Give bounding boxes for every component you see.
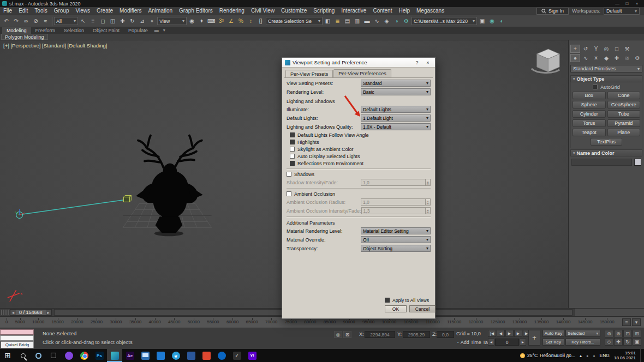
lights-category-icon[interactable]: ☀ <box>591 54 601 62</box>
select-and-link-icon[interactable]: ∞ <box>21 16 31 26</box>
field-of-view-icon[interactable]: ◇ <box>605 338 613 346</box>
illuminate-dropdown[interactable]: Default Lights <box>361 106 431 113</box>
app-blue-icon[interactable] <box>153 349 168 362</box>
pan-icon[interactable]: ✚ <box>614 338 623 346</box>
previous-frame-button[interactable]: ◀ <box>497 330 505 337</box>
spinner-snap-icon[interactable]: ↕ <box>246 16 255 26</box>
utilities-tab-icon[interactable]: ⚒ <box>622 45 632 53</box>
maximize-viewport-icon[interactable]: ▣ <box>633 338 641 346</box>
render-setup-icon[interactable]: ⚙ <box>402 16 411 26</box>
dialog-close-button[interactable]: × <box>424 60 432 65</box>
select-and-move-icon[interactable]: ✚ <box>118 16 127 26</box>
select-by-name-icon[interactable]: ≡ <box>88 16 98 26</box>
curve-editor-icon[interactable]: ∿ <box>372 16 381 26</box>
search-button[interactable] <box>15 349 31 362</box>
lighting-checkbox[interactable]: Skylight as Ambient Color <box>290 146 427 152</box>
helpers-category-icon[interactable]: ✚ <box>612 54 622 62</box>
check-app-icon[interactable]: ✓ <box>229 349 245 362</box>
play-button[interactable]: ▶ <box>505 330 514 337</box>
frame-step-forward-icon[interactable]: ► <box>520 339 526 346</box>
cancel-button[interactable]: Cancel <box>409 305 436 312</box>
geometry-category-icon[interactable]: ● <box>570 54 580 62</box>
object-type-button[interactable]: Sphere <box>573 101 606 108</box>
align-icon[interactable]: ≣ <box>333 16 342 26</box>
selection-filter-dropdown[interactable]: All <box>54 17 78 25</box>
maximize-button[interactable]: □ <box>622 0 632 7</box>
layer-explorer-icon[interactable]: ▥ <box>353 16 362 26</box>
lighting-checkbox[interactable]: Reflections From Environment <box>290 160 427 166</box>
zoom-all-icon[interactable]: ⊛ <box>614 330 623 337</box>
spacewarps-category-icon[interactable]: ≋ <box>622 54 632 62</box>
set-key-button[interactable]: Set Key <box>542 339 564 346</box>
cameras-category-icon[interactable]: ◆ <box>601 54 611 62</box>
ribbon-tab[interactable]: Freeform <box>31 27 60 34</box>
material-override-dropdown[interactable]: Off <box>361 236 431 243</box>
shapes-category-icon[interactable]: ∿ <box>581 54 591 62</box>
menu-item[interactable]: Megascans <box>413 7 448 15</box>
tray-icon[interactable]: ● <box>586 354 588 358</box>
display-tab-icon[interactable]: □ <box>612 45 622 53</box>
activeshade-icon[interactable]: ◐ <box>497 16 506 26</box>
show-desktop-button[interactable] <box>640 349 643 362</box>
app-red-icon[interactable] <box>199 349 214 362</box>
ribbon-tab[interactable]: Object Paint <box>88 27 124 34</box>
object-type-button[interactable]: Cylinder <box>573 110 606 118</box>
window-crossing-icon[interactable]: ◫ <box>108 16 117 26</box>
zoom-extents-icon[interactable]: ⊡ <box>623 330 632 337</box>
polygon-modeling-panel-tab[interactable]: Polygon Modeling <box>1 34 48 40</box>
object-type-button[interactable]: Pyramid <box>607 119 641 127</box>
ao-intensity-spinner[interactable]: 1,3 <box>361 207 431 214</box>
primitives-dropdown[interactable]: Standard Primitives <box>570 65 642 73</box>
shadows-checkbox[interactable]: Shadows <box>287 171 431 177</box>
next-frame-button[interactable]: ▶ <box>514 330 522 337</box>
ribbon-tab[interactable]: Selection <box>59 27 88 34</box>
viewport-label[interactable]: [+] [Perspective] [Standard] [Default Sh… <box>3 43 107 49</box>
isolate-selection-icon[interactable]: ◎ <box>334 331 342 338</box>
lighting-checkbox[interactable]: Auto Display Selected Lights <box>290 153 427 159</box>
next-frame-arrow-icon[interactable]: ► <box>46 311 51 315</box>
object-type-button[interactable]: GeoSphere <box>607 101 641 108</box>
menu-item[interactable]: Tools <box>31 7 50 15</box>
ok-button[interactable]: OK <box>385 305 407 312</box>
chrome-icon[interactable] <box>76 349 92 362</box>
task-view-button[interactable] <box>46 349 61 362</box>
selection-set-dropdown[interactable]: Create Selection Se <box>266 17 323 25</box>
use-pivot-center-icon[interactable]: ◉ <box>187 16 196 26</box>
minimize-button[interactable]: — <box>612 0 622 7</box>
lighting-quality-dropdown[interactable]: 1.0X - Default <box>361 123 431 130</box>
mirror-icon[interactable]: ◧ <box>323 16 332 26</box>
hierarchy-tab-icon[interactable]: Y <box>591 45 601 53</box>
dialog-tab[interactable]: Per-View Presets <box>285 70 333 78</box>
ribbon-dropdown-icon[interactable]: ▾ <box>160 27 168 34</box>
object-type-button[interactable]: Torus <box>573 119 606 127</box>
menu-item[interactable]: Customize <box>278 7 310 15</box>
y-coordinate-field[interactable]: 2905,29 <box>403 331 430 338</box>
menu-item[interactable]: File <box>0 7 15 15</box>
spinner-buttons[interactable] <box>425 208 430 214</box>
render-production-icon[interactable]: ◉ <box>487 16 497 26</box>
menu-item[interactable]: Edit <box>15 7 31 15</box>
dialog-tab[interactable]: Per-View Preferences <box>333 69 391 77</box>
keyboard-override-icon[interactable]: ⌨ <box>207 16 216 26</box>
rendering-level-dropdown[interactable]: Basic <box>361 88 431 95</box>
clock[interactable]: 15:01 18.06.2021 <box>614 351 636 360</box>
app-blue-3-icon[interactable] <box>214 349 229 362</box>
create-tab-icon[interactable]: + <box>570 45 580 53</box>
maxscript-mini-listener-white[interactable] <box>0 335 34 341</box>
previous-frame-arrow-icon[interactable]: ◄ <box>10 311 16 315</box>
ribbon-tab[interactable]: Populate <box>124 27 152 34</box>
view-setting-presets-dropdown[interactable]: Standard <box>361 80 431 87</box>
object-type-button[interactable]: Box <box>573 92 606 99</box>
lighting-checkbox[interactable]: Default Lights Follow View Angle <box>290 132 427 138</box>
object-type-button[interactable]: Teapot <box>573 129 606 136</box>
menu-item[interactable]: Views <box>73 7 94 15</box>
select-object-icon[interactable]: ↖ <box>79 16 88 26</box>
scene-explorer-icon[interactable]: ▤ <box>343 16 352 26</box>
name-color-rollout-header[interactable]: Name and Color <box>570 149 642 156</box>
start-button[interactable]: ⊞ <box>0 349 15 362</box>
lighting-checkbox[interactable]: Highlights <box>290 139 427 145</box>
ribbon-tab[interactable]: Modeling <box>2 27 31 34</box>
auto-key-button[interactable]: Auto Key <box>542 330 564 337</box>
frame-step-back-icon[interactable]: ◄ <box>488 339 494 346</box>
rendered-frame-icon[interactable]: ▣ <box>478 16 487 26</box>
